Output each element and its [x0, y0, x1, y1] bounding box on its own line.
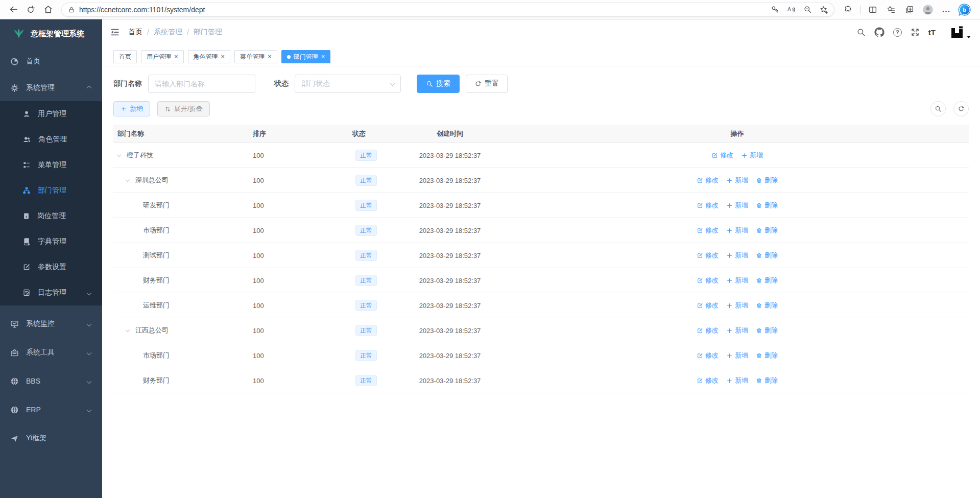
collections-icon[interactable]	[901, 2, 918, 17]
delete-link[interactable]: 删除	[756, 301, 778, 310]
search-icon[interactable]	[856, 28, 866, 37]
sidebar-item-menus[interactable]: 菜单管理	[0, 152, 102, 178]
read-aloud-icon[interactable]: A	[784, 3, 798, 16]
font-size-icon[interactable]: tT	[928, 28, 936, 37]
tab-menus[interactable]: 菜单管理 ×	[234, 50, 277, 63]
delete-link[interactable]: 删除	[756, 251, 778, 260]
tab-roles[interactable]: 角色管理 ×	[188, 50, 231, 63]
edit-link[interactable]: 修改	[697, 226, 719, 235]
tab-users[interactable]: 用户管理 ×	[141, 50, 184, 63]
browser-back-button[interactable]	[5, 2, 21, 17]
delete-link[interactable]: 删除	[756, 326, 778, 335]
tab-departments[interactable]: 部门管理 ×	[281, 50, 331, 63]
sidebar-item-params[interactable]: 参数设置	[0, 254, 102, 280]
refresh-table-button[interactable]	[953, 101, 969, 116]
favorites-icon[interactable]	[883, 2, 899, 17]
delete-link[interactable]: 删除	[756, 226, 778, 235]
zoom-out-icon[interactable]	[800, 3, 815, 16]
add-link[interactable]: 新增	[726, 251, 748, 260]
address-bar[interactable]: https://ccnetcore.com:1101/system/dept A	[61, 3, 834, 17]
edit-link[interactable]: 修改	[697, 326, 719, 335]
close-icon[interactable]: ×	[221, 53, 225, 60]
edit-link[interactable]: 修改	[697, 376, 719, 385]
col-header-status: 状态	[352, 129, 394, 138]
chevron-down-icon[interactable]	[126, 329, 135, 331]
close-icon[interactable]: ×	[174, 53, 178, 60]
split-screen-icon[interactable]	[865, 2, 881, 17]
plane-icon	[10, 434, 19, 443]
delete-link[interactable]: 删除	[756, 351, 778, 360]
browser-more-menu[interactable]: ...	[938, 2, 954, 17]
fullscreen-icon[interactable]	[911, 28, 920, 37]
created-time: 2023-03-29 18:52:37	[394, 352, 506, 360]
sidebar-item-yi-framework[interactable]: Yi框架	[0, 424, 102, 453]
edit-link[interactable]: 修改	[697, 251, 719, 260]
show-search-toggle-button[interactable]	[930, 101, 946, 116]
edit-link[interactable]: 修改	[697, 301, 719, 310]
add-link[interactable]: 新增	[726, 351, 748, 360]
edit-link[interactable]: 修改	[697, 351, 719, 360]
sidebar-item-home[interactable]: 首页	[0, 48, 102, 75]
sidebar-item-label: 日志管理	[38, 288, 66, 297]
sidebar-item-users[interactable]: 用户管理	[0, 101, 102, 127]
bing-icon[interactable]: b	[957, 2, 973, 17]
add-link[interactable]: 新增	[726, 376, 748, 385]
search-button[interactable]: 搜索	[417, 75, 460, 93]
add-link[interactable]: 新增	[726, 276, 748, 285]
add-link[interactable]: 新增	[726, 226, 748, 235]
help-icon[interactable]: ?	[893, 28, 902, 37]
close-icon[interactable]: ×	[268, 53, 272, 60]
add-button[interactable]: 新增	[113, 101, 150, 116]
close-icon[interactable]: ×	[321, 53, 325, 60]
sidebar-item-tools[interactable]: 系统工具	[0, 338, 102, 367]
sidebar-item-dict[interactable]: 字典管理	[0, 229, 102, 254]
github-icon[interactable]	[874, 27, 885, 37]
add-link[interactable]: 新增	[726, 201, 748, 210]
delete-link[interactable]: 删除	[756, 376, 778, 385]
edit-link[interactable]: 修改	[711, 151, 733, 160]
add-link[interactable]: 新增	[726, 301, 748, 310]
created-time: 2023-03-29 18:52:37	[394, 227, 506, 234]
sidebar-item-posts[interactable]: 岗位管理	[0, 203, 102, 229]
breadcrumb-home[interactable]: 首页	[128, 28, 142, 37]
user-menu[interactable]	[949, 25, 971, 40]
chevron-down-icon[interactable]	[126, 179, 135, 181]
tab-home[interactable]: 首页	[113, 50, 137, 63]
delete-link[interactable]: 删除	[756, 276, 778, 285]
sidebar-item-system[interactable]: 系统管理	[0, 75, 102, 101]
trash-icon	[756, 202, 762, 209]
sidebar-item-erp[interactable]: ERP	[0, 395, 102, 424]
status-badge: 正常	[355, 325, 377, 336]
sidebar-item-departments[interactable]: 部门管理	[0, 178, 102, 203]
collapse-sidebar-icon[interactable]	[110, 27, 120, 37]
chevron-down-icon[interactable]	[117, 154, 127, 156]
browser-home-button[interactable]	[40, 2, 56, 17]
table-header: 部门名称 排序 状态 创建时间 操作	[113, 125, 969, 143]
add-link[interactable]: 新增	[726, 326, 748, 335]
globe-icon	[10, 377, 19, 386]
status-select[interactable]: 部门状态	[295, 75, 401, 93]
edit-link[interactable]: 修改	[697, 176, 719, 185]
sidebar-item-monitor[interactable]: 系统监控	[0, 310, 102, 338]
delete-link[interactable]: 删除	[756, 201, 778, 210]
sidebar-item-roles[interactable]: 角色管理	[0, 127, 102, 152]
add-link[interactable]: 新增	[726, 176, 748, 185]
profile-avatar-icon[interactable]	[920, 2, 936, 17]
edit-link[interactable]: 修改	[697, 201, 719, 210]
edit-link[interactable]: 修改	[697, 276, 719, 285]
extensions-icon[interactable]	[840, 2, 856, 17]
expand-collapse-button[interactable]: 展开/折叠	[157, 101, 210, 116]
sidebar-item-bbs[interactable]: BBS	[0, 367, 102, 395]
plus-icon	[726, 177, 733, 184]
browser-refresh-button[interactable]	[22, 2, 39, 17]
add-favorite-icon[interactable]	[817, 3, 831, 16]
table-row: 财务部门 100 正常 2023-03-29 18:52:37 修改 新增 删除	[113, 368, 969, 393]
reset-button[interactable]: 重置	[466, 75, 508, 93]
delete-link[interactable]: 删除	[756, 176, 778, 185]
sidebar-item-logs[interactable]: 日志管理	[0, 280, 102, 305]
dashboard-icon	[10, 57, 19, 66]
plus-icon	[726, 202, 733, 209]
add-link[interactable]: 新增	[741, 151, 763, 160]
dept-name-input[interactable]	[148, 75, 255, 93]
password-key-icon[interactable]	[768, 3, 782, 16]
